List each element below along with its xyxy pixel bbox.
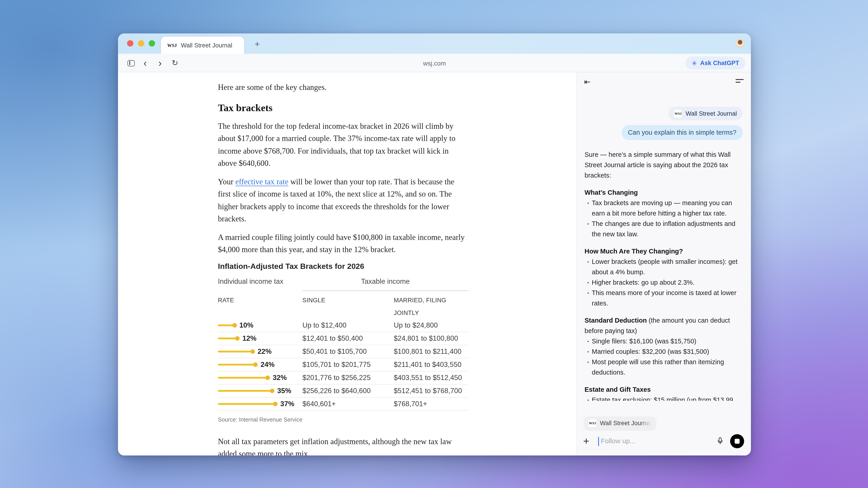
minimize-window-button[interactable] xyxy=(138,40,144,46)
article-paragraph: Here are some of the key changes. xyxy=(218,81,468,94)
section-title: What’s Changing xyxy=(585,189,638,196)
section-title: How Much Are They Changing? xyxy=(585,248,683,255)
user-message-bubble: Can you explain this in simple terms? xyxy=(622,125,743,140)
table-source: Source: Internal Revenue Service xyxy=(218,414,468,426)
zoom-window-button[interactable] xyxy=(149,40,155,46)
married-range: $512,451 to $768,700 xyxy=(394,385,468,397)
bullet-icon: • xyxy=(585,288,592,308)
tax-bracket-table: Inflation-Adjusted Tax Brackets for 2026… xyxy=(218,261,468,426)
chat-messages: WSJ Wall Street Journal Can you explain … xyxy=(585,90,743,455)
single-range: $640,601+ xyxy=(303,398,394,410)
chatgpt-side-panel: ⇤ WSJ Wall Street Journal Can you explai… xyxy=(577,72,751,455)
rate-label: 10% xyxy=(239,319,253,332)
single-range: $105,701 to $201,775 xyxy=(303,359,394,371)
rate-bar-dot xyxy=(273,402,278,406)
effective-tax-rate-link[interactable]: effective tax rate xyxy=(235,177,288,186)
openai-logo-icon: ✳ xyxy=(692,59,697,67)
close-window-button[interactable] xyxy=(127,40,133,46)
married-range: $211,401 to $403,550 xyxy=(394,359,468,371)
married-range: $100,801 to $211,400 xyxy=(394,346,468,358)
list-item: •The changes are due to inflation adjust… xyxy=(585,219,743,239)
table-row: 32% $201,776 to $256,225 $403,551 to $51… xyxy=(218,371,468,385)
section-title: Standard Deduction xyxy=(585,317,647,324)
article-text: Your xyxy=(218,177,235,186)
table-row: 35% $256,226 to $640,600 $512,451 to $76… xyxy=(218,385,468,398)
bullet-icon: • xyxy=(585,219,592,239)
rate-bar xyxy=(218,337,236,339)
address-bar[interactable]: wsj.com xyxy=(118,54,751,72)
rate-label: 35% xyxy=(277,385,291,397)
list-item: •Single filers: $16,100 (was $15,750) xyxy=(585,336,743,347)
single-range: $201,776 to $256,225 xyxy=(303,372,394,384)
stop-button[interactable] xyxy=(730,434,744,448)
rate-label: 24% xyxy=(260,359,275,371)
bullet-icon: • xyxy=(585,278,592,288)
wsj-logo-icon: WSJ xyxy=(589,419,596,427)
rate-bar-dot xyxy=(250,349,255,354)
single-range: $12,401 to $50,400 xyxy=(303,332,394,345)
chat-panel-header: ⇤ xyxy=(577,72,751,90)
list-item: •Married couples: $32,200 (was $31,500) xyxy=(585,347,743,357)
rate-bar xyxy=(218,390,271,392)
single-range: $256,226 to $640,600 xyxy=(303,385,394,397)
page-content: Here are some of the key changes. Tax br… xyxy=(118,72,751,455)
table-title: Inflation-Adjusted Tax Brackets for 2026 xyxy=(218,261,468,271)
rate-bar-dot xyxy=(266,376,270,380)
rate-label: 37% xyxy=(280,398,294,410)
text-caret xyxy=(598,437,599,446)
wsj-logo-icon: WSJ xyxy=(674,109,682,117)
rate-bar xyxy=(218,403,274,405)
article-paragraph: Your effective tax rate will be lower th… xyxy=(218,175,468,225)
followup-input[interactable]: Follow up... xyxy=(601,437,636,445)
list-item: •Higher brackets: go up about 2.3%. xyxy=(585,278,743,288)
rate-bar xyxy=(218,351,251,353)
source-chip[interactable]: WSJ Wall Street Journal xyxy=(669,107,743,120)
bullet-text: Higher brackets: go up about 2.3%. xyxy=(592,278,743,288)
article-pane: Here are some of the key changes. Tax br… xyxy=(118,72,577,455)
bullet-text: Single filers: $16,100 (was $15,750) xyxy=(592,336,743,347)
married-range: $24,801 to $100,800 xyxy=(394,332,468,345)
assistant-message-intro: Sure — here’s a simple summary of what t… xyxy=(585,150,743,181)
bullet-icon: • xyxy=(585,347,592,357)
article-paragraph: The threshold for the top federal income… xyxy=(218,120,468,170)
ask-chatgpt-button[interactable]: ✳ Ask ChatGPT xyxy=(685,57,745,70)
bullet-text: Tax brackets are moving up — meaning you… xyxy=(592,198,743,219)
new-tab-button[interactable]: + xyxy=(250,37,264,51)
bullet-text: Married couples: $32,200 (was $31,500) xyxy=(592,347,743,357)
table-group-right: Taxable income xyxy=(303,275,468,291)
bullet-text: The changes are due to inflation adjustm… xyxy=(592,219,743,239)
rate-bar xyxy=(218,377,266,379)
table-row: 10% Up to $12,400 Up to $24,800 xyxy=(218,319,468,332)
married-range: $403,551 to $512,450 xyxy=(394,372,468,384)
avatar[interactable] xyxy=(736,39,745,48)
tab-wall-street-journal[interactable]: WSJ Wall Street Journal xyxy=(161,37,244,54)
list-item: •Most people will use this rather than i… xyxy=(585,357,743,378)
context-chip[interactable]: WSJ Wall Street Journal xyxy=(584,417,656,430)
attach-plus-icon[interactable]: + xyxy=(583,435,589,447)
table-row: 24% $105,701 to $201,775 $211,401 to $40… xyxy=(218,358,468,371)
rate-bar-dot xyxy=(270,389,275,393)
section-title: Estate and Gift Taxes xyxy=(585,386,651,393)
rate-bar-dot xyxy=(253,362,258,367)
col-header-married: MARRIED, FILING JOINTLY xyxy=(394,294,468,319)
bullet-icon: • xyxy=(585,336,592,347)
collapse-panel-icon[interactable]: ⇤ xyxy=(584,77,591,87)
stop-icon xyxy=(735,439,740,444)
bullet-text: Most people will use this rather than it… xyxy=(592,357,743,378)
bullet-icon: • xyxy=(585,357,592,378)
browser-window: WSJ Wall Street Journal + ‹ › ↻ wsj.com … xyxy=(118,33,751,455)
article-paragraph: A married couple filing jointly could ha… xyxy=(218,231,468,256)
assistant-section: Standard Deduction (the amount you can d… xyxy=(585,315,743,378)
desktop-background: WSJ Wall Street Journal + ‹ › ↻ wsj.com … xyxy=(0,0,868,488)
list-item: •This means more of your income is taxed… xyxy=(585,288,743,308)
table-row: 37% $640,601+ $768,701+ xyxy=(218,398,468,411)
table-group-left: Individual income tax xyxy=(218,275,303,291)
bullet-text: Lower brackets (people with smaller inco… xyxy=(592,257,743,278)
table-row: 12% $12,401 to $50,400 $24,801 to $100,8… xyxy=(218,332,468,345)
browser-toolbar: ‹ › ↻ wsj.com ✳ Ask ChatGPT xyxy=(118,54,751,72)
bullet-icon: • xyxy=(585,198,592,219)
bullet-text: Estate tax exclusion: $15 million (up fr… xyxy=(592,395,743,401)
panel-menu-icon[interactable] xyxy=(736,79,744,83)
microphone-icon[interactable] xyxy=(716,436,725,447)
bullet-icon: • xyxy=(585,395,592,401)
